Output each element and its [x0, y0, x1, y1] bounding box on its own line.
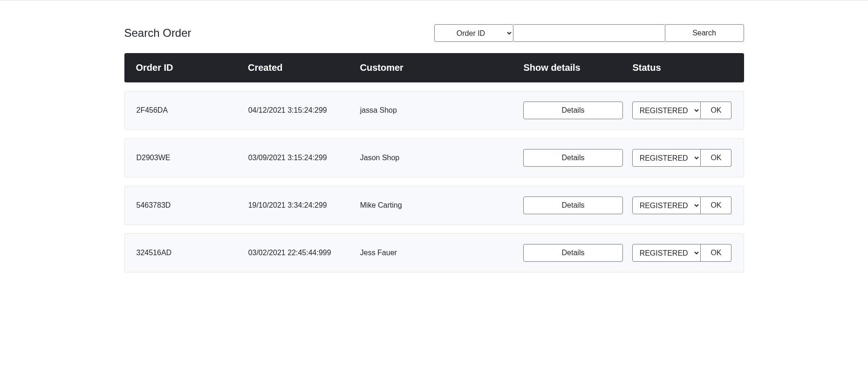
search-bar: Search Order Order ID Search	[124, 24, 744, 42]
cell-customer: Mike Carting	[355, 201, 519, 210]
header-show-details: Show details	[519, 62, 628, 73]
cell-created: 04/12/2021 3:15:24:299	[244, 106, 355, 115]
search-button[interactable]: Search	[665, 24, 744, 42]
status-select[interactable]: REGISTERED	[632, 197, 701, 214]
cell-customer: jassa Shop	[355, 106, 519, 115]
table-row: 2F456DA04/12/2021 3:15:24:299jassa ShopD…	[124, 91, 744, 130]
search-title: Search Order	[124, 27, 434, 40]
cell-created: 19/10/2021 3:34:24:299	[244, 201, 355, 210]
cell-order-id: 2F456DA	[132, 106, 244, 115]
ok-button[interactable]: OK	[701, 244, 731, 262]
cell-order-id: 5463783D	[132, 201, 244, 210]
cell-status: REGISTEREDOK	[628, 102, 737, 119]
details-button[interactable]: Details	[523, 149, 623, 167]
ok-button[interactable]: OK	[701, 102, 731, 119]
status-select[interactable]: REGISTERED	[632, 244, 701, 262]
cell-order-id: 324516AD	[132, 249, 244, 257]
cell-customer: Jason Shop	[355, 154, 519, 162]
cell-customer: Jess Fauer	[355, 249, 519, 257]
header-status: Status	[628, 62, 737, 73]
table-row: 5463783D19/10/2021 3:34:24:299Mike Carti…	[124, 186, 744, 225]
table-row: 324516AD03/02/2021 22:45:44:999Jess Faue…	[124, 233, 744, 272]
cell-status: REGISTEREDOK	[628, 149, 737, 167]
details-button[interactable]: Details	[523, 197, 623, 214]
search-controls: Order ID Search	[434, 24, 744, 42]
cell-status: REGISTEREDOK	[628, 197, 737, 214]
details-button[interactable]: Details	[523, 244, 623, 262]
ok-button[interactable]: OK	[701, 197, 731, 214]
search-filter-select[interactable]: Order ID	[434, 24, 513, 42]
cell-order-id: D2903WE	[132, 154, 244, 162]
status-controls: REGISTEREDOK	[632, 197, 732, 214]
status-controls: REGISTEREDOK	[632, 102, 732, 119]
details-button[interactable]: Details	[523, 102, 623, 119]
status-controls: REGISTEREDOK	[632, 149, 732, 167]
status-select[interactable]: REGISTERED	[632, 149, 701, 167]
cell-created: 03/09/2021 3:15:24:299	[244, 154, 355, 162]
search-input[interactable]	[513, 24, 665, 42]
status-select[interactable]: REGISTERED	[632, 102, 701, 119]
table-body: 2F456DA04/12/2021 3:15:24:299jassa ShopD…	[124, 91, 744, 272]
cell-details: Details	[519, 197, 628, 214]
header-created: Created	[243, 62, 355, 73]
status-controls: REGISTEREDOK	[632, 244, 732, 262]
cell-details: Details	[519, 244, 628, 262]
header-order-id: Order ID	[131, 62, 244, 73]
table-header: Order ID Created Customer Show details S…	[124, 53, 744, 82]
page-container: Search Order Order ID Search Order ID Cr…	[117, 1, 751, 272]
cell-created: 03/02/2021 22:45:44:999	[244, 249, 355, 257]
table-row: D2903WE03/09/2021 3:15:24:299Jason ShopD…	[124, 138, 744, 177]
cell-details: Details	[519, 149, 628, 167]
ok-button[interactable]: OK	[701, 149, 731, 167]
cell-details: Details	[519, 102, 628, 119]
cell-status: REGISTEREDOK	[628, 244, 737, 262]
header-customer: Customer	[355, 62, 519, 73]
